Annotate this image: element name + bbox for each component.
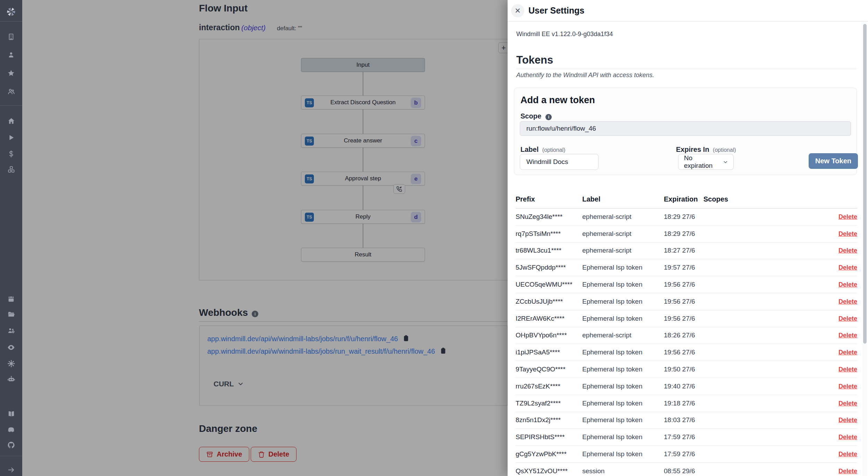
windmill-logo-icon[interactable]: [0, 4, 22, 19]
delete-token-link[interactable]: Delete: [838, 468, 857, 475]
schedules-calendar-icon[interactable]: [0, 291, 22, 306]
folder-open-icon[interactable]: [0, 307, 22, 322]
scope-label: Scope i: [520, 112, 552, 120]
token-label: Ephemeral lsp token: [582, 348, 664, 356]
version-text: Windmill EE v1.122.0-9-g03da1f34: [516, 31, 613, 38]
token-expiration: 18:29 27/6: [664, 230, 703, 238]
modal-dim-overlay[interactable]: [22, 0, 508, 476]
discord-icon[interactable]: [0, 422, 22, 437]
groups-users-cog-icon[interactable]: [0, 323, 22, 338]
sidebar-divider: [0, 456, 22, 456]
drawer-scrollbar-thumb[interactable]: [863, 24, 867, 344]
token-label: Ephemeral lsp token: [582, 281, 664, 288]
delete-token-link[interactable]: Delete: [838, 434, 857, 441]
token-expiration: 19:56 27/6: [664, 298, 703, 305]
tokens-section-title: Tokens: [516, 54, 553, 66]
token-row: OHpBVYpo6n****ephemeral-script18:26 27/6…: [516, 327, 857, 344]
expires-value: No expiration: [684, 154, 723, 170]
docs-book-icon[interactable]: [0, 406, 22, 421]
delete-token-link[interactable]: Delete: [838, 332, 857, 339]
token-prefix: TZ9L2syaf2****: [516, 400, 582, 407]
token-row: rq7pSTsiMn****ephemeral-script18:29 27/6…: [516, 225, 857, 243]
delete-token-link[interactable]: Delete: [838, 451, 857, 458]
token-label: ephemeral-script: [582, 247, 664, 254]
delete-token-link[interactable]: Delete: [838, 400, 857, 407]
token-prefix: tr68WL3cu1****: [516, 247, 582, 254]
token-prefix: SEPIRSHbtS****: [516, 433, 582, 441]
tokens-subtitle: Authentify to the Windmill API with acce…: [516, 72, 654, 79]
delete-token-link[interactable]: Delete: [838, 366, 857, 373]
token-prefix: I2RErAW6Kc****: [516, 315, 582, 322]
users-icon[interactable]: [0, 84, 22, 99]
ai-robot-icon[interactable]: [0, 371, 22, 386]
scope-input[interactable]: [520, 121, 851, 136]
delete-token-link[interactable]: Delete: [838, 247, 857, 254]
chevron-down-icon: [723, 159, 728, 165]
token-prefix: 8zn5n1Dx2j****: [516, 416, 582, 424]
sidebar-divider: [0, 21, 22, 22]
token-expiration: 17:59 27/6: [664, 450, 703, 458]
token-label: Ephemeral lsp token: [582, 315, 664, 322]
token-expiration: 19:56 27/6: [664, 281, 703, 288]
label-label: Label (optional): [520, 146, 565, 154]
col-header-label: Label: [582, 195, 664, 203]
close-icon[interactable]: ✕: [511, 4, 524, 17]
delete-token-link[interactable]: Delete: [838, 230, 857, 237]
user-icon[interactable]: [0, 47, 22, 63]
collapse-arrow-right-icon[interactable]: [0, 462, 22, 476]
github-icon[interactable]: [0, 437, 22, 453]
audit-eye-icon[interactable]: [0, 340, 22, 355]
token-prefix: rru267sEzK****: [516, 383, 582, 390]
token-expiration: 17:59 27/6: [664, 433, 703, 441]
token-label: Ephemeral lsp token: [582, 298, 664, 305]
token-row: ZCcbUsJUjb****Ephemeral lsp token19:56 2…: [516, 293, 857, 310]
delete-token-link[interactable]: Delete: [838, 264, 857, 271]
resources-boxes-icon[interactable]: [0, 162, 22, 177]
delete-token-link[interactable]: Delete: [838, 298, 857, 305]
variables-dollar-icon[interactable]: [0, 146, 22, 162]
token-expiration: 19:50 27/6: [664, 366, 703, 373]
token-row: 5JwSFQpddp****Ephemeral lsp token19:57 2…: [516, 259, 857, 276]
token-expiration: 19:57 27/6: [664, 264, 703, 271]
token-label: ephemeral-script: [582, 213, 664, 221]
delete-token-link[interactable]: Delete: [838, 383, 857, 390]
add-token-title: Add a new token: [520, 95, 595, 106]
token-prefix: 5JwSFQpddp****: [516, 264, 582, 271]
token-label: Ephemeral lsp token: [582, 366, 664, 373]
delete-token-link[interactable]: Delete: [838, 213, 857, 220]
expires-in-select[interactable]: No expiration: [678, 154, 734, 170]
expires-in-label: Expires In (optional): [676, 146, 736, 154]
tokens-table: Prefix Label Expiration Scopes SNuZeg34l…: [516, 190, 857, 476]
token-label: Ephemeral lsp token: [582, 264, 664, 271]
token-row: TZ9L2syaf2****Ephemeral lsp token19:18 2…: [516, 395, 857, 412]
token-label: Ephemeral lsp token: [582, 383, 664, 390]
token-expiration: 08:55 29/6: [664, 467, 703, 475]
delete-token-link[interactable]: Delete: [838, 417, 857, 424]
delete-token-link[interactable]: Delete: [838, 349, 857, 356]
col-header-expiration: Expiration: [664, 195, 703, 203]
token-label-input[interactable]: [520, 154, 599, 170]
token-label: Ephemeral lsp token: [582, 400, 664, 407]
workspace-building-icon[interactable]: [0, 29, 22, 44]
token-prefix: 9TayyeQC9O****: [516, 366, 582, 373]
token-label: ephemeral-script: [582, 230, 664, 238]
home-icon[interactable]: [0, 113, 22, 129]
info-icon[interactable]: i: [545, 114, 552, 120]
token-row: 9TayyeQC9O****Ephemeral lsp token19:50 2…: [516, 361, 857, 378]
token-expiration: 19:40 27/6: [664, 383, 703, 390]
token-label: Ephemeral lsp token: [582, 433, 664, 441]
token-prefix: SNuZeg34le****: [516, 213, 582, 221]
token-row: UECO5qeWMU****Ephemeral lsp token19:56 2…: [516, 276, 857, 293]
token-prefix: OHpBVYpo6n****: [516, 331, 582, 339]
star-icon[interactable]: [0, 66, 22, 81]
token-row: SEPIRSHbtS****Ephemeral lsp token17:59 2…: [516, 429, 857, 446]
drawer-scrollbar-track[interactable]: [862, 22, 867, 476]
delete-token-link[interactable]: Delete: [838, 315, 857, 322]
delete-token-link[interactable]: Delete: [838, 281, 857, 288]
settings-gear-icon[interactable]: [0, 356, 22, 371]
new-token-button[interactable]: New Token: [809, 153, 858, 169]
token-expiration: 18:26 27/6: [664, 331, 703, 339]
token-row: QsXY51ZvOU****session08:55 29/6Delete: [516, 463, 857, 476]
runs-play-icon[interactable]: [0, 130, 22, 145]
token-label: Ephemeral lsp token: [582, 416, 664, 424]
